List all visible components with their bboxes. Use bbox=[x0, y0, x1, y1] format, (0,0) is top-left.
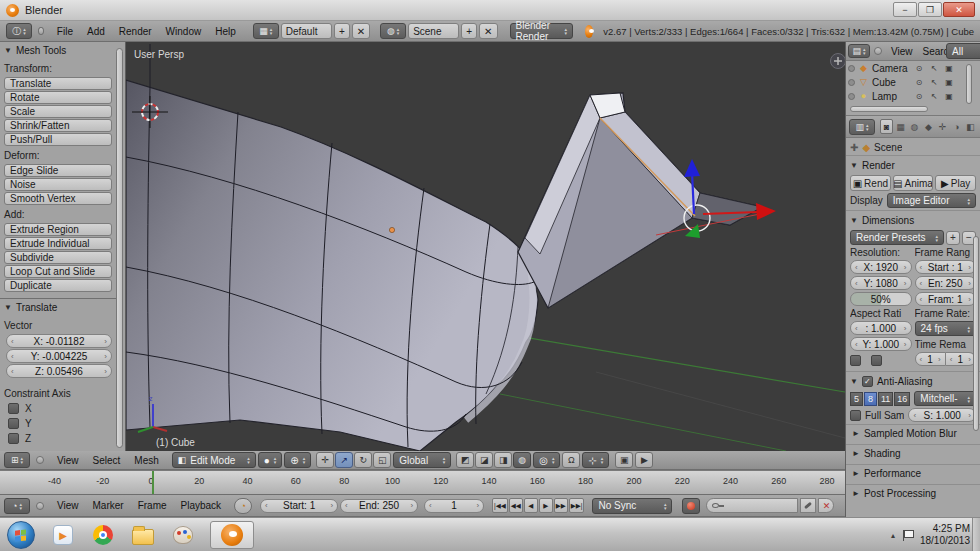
jump-to-end-button[interactable]: ▶▶| bbox=[569, 498, 585, 513]
render-tab[interactable]: ◙ bbox=[880, 119, 893, 134]
panel-sampled-motion-blur[interactable]: ► Sampled Motion Blur bbox=[846, 424, 980, 442]
close-button[interactable]: ✕ bbox=[943, 2, 975, 17]
render-opengl-anim-button[interactable]: ▶ bbox=[635, 452, 653, 468]
sync-mode-selector[interactable]: No Sync ▴▾ bbox=[592, 498, 672, 514]
render-restrict-icon[interactable]: ▣ bbox=[943, 92, 955, 101]
resolution-y-field[interactable]: ‹Y: 1080› bbox=[850, 276, 912, 290]
visibility-eye-icon[interactable]: ⊙ bbox=[913, 64, 925, 73]
object-name[interactable]: Lamp bbox=[872, 91, 910, 102]
manipulator-scale-button[interactable]: ◱ bbox=[373, 452, 391, 468]
timeline-menu-frame[interactable]: Frame bbox=[131, 500, 174, 511]
view3d-menu-mesh[interactable]: Mesh bbox=[127, 455, 165, 466]
frame-end-field[interactable]: ‹End: 250› bbox=[340, 499, 418, 513]
scene-name[interactable]: Scene bbox=[408, 23, 459, 39]
aa-sample-button[interactable]: 8 bbox=[864, 392, 877, 406]
resolution-x-field[interactable]: ‹X: 1920› bbox=[850, 260, 912, 274]
time-remap-old-field[interactable]: ‹1› bbox=[915, 352, 946, 366]
collapse-menus-toggle[interactable] bbox=[38, 27, 44, 35]
jump-to-start-button[interactable]: |◀◀ bbox=[492, 498, 508, 513]
collapse-menus-toggle[interactable] bbox=[36, 456, 44, 464]
minimize-button[interactable]: − bbox=[893, 2, 917, 17]
editor-type-selector[interactable]: ⊞ ▴▾ bbox=[4, 452, 30, 468]
outliner-display-filter[interactable]: All bbox=[946, 43, 980, 59]
maximize-button[interactable]: ❐ bbox=[918, 2, 942, 17]
pin-icon[interactable]: ✚ bbox=[850, 142, 858, 153]
menu-render[interactable]: Render bbox=[112, 26, 159, 37]
3d-viewport[interactable]: z User Persp (1) Cube bbox=[126, 42, 845, 451]
translate-x-field[interactable]: ‹X: -0.01182› bbox=[6, 334, 112, 348]
tool-button[interactable]: Translate bbox=[4, 77, 112, 90]
object-name[interactable]: Camera bbox=[872, 63, 910, 74]
full-sample-checkbox[interactable] bbox=[850, 410, 861, 421]
constraint-z-checkbox[interactable] bbox=[8, 433, 19, 444]
tool-shelf-scrollbar[interactable] bbox=[116, 48, 123, 448]
tool-button[interactable]: Push/Pull bbox=[4, 133, 112, 146]
selectability-cursor-icon[interactable]: ↖ bbox=[928, 92, 940, 101]
dimensions-panel-header[interactable]: ▼ Dimensions bbox=[850, 213, 976, 228]
keying-set-field[interactable] bbox=[706, 498, 798, 513]
tool-button[interactable]: Smooth Vertex bbox=[4, 192, 112, 205]
transform-orientation-selector[interactable]: Global ▴▾ bbox=[393, 452, 451, 468]
taskbar-paint-icon[interactable] bbox=[166, 521, 200, 549]
frame-start-field[interactable]: ‹Start : 1› bbox=[915, 260, 977, 274]
editor-type-selector[interactable]: ▥ ▴▾ bbox=[849, 119, 875, 135]
taskbar-explorer-icon[interactable] bbox=[126, 521, 160, 549]
pivot-point-selector[interactable]: ⊕ ▴▾ bbox=[284, 452, 311, 468]
manipulator-x-arrowhead[interactable] bbox=[756, 203, 776, 220]
proportional-edit-selector[interactable]: ◎ ▴▾ bbox=[533, 452, 560, 468]
timeline-menu-view[interactable]: View bbox=[50, 500, 86, 511]
properties-scrollbar[interactable] bbox=[973, 236, 979, 431]
collapse-menus-toggle[interactable] bbox=[874, 47, 882, 55]
expand-properties-region-button[interactable] bbox=[831, 54, 846, 69]
tool-button[interactable]: Noise bbox=[4, 178, 112, 191]
border-checkbox[interactable] bbox=[850, 355, 861, 366]
visibility-eye-icon[interactable]: ⊙ bbox=[913, 78, 925, 87]
play-button[interactable]: ▶ bbox=[539, 498, 553, 513]
mesh-body[interactable] bbox=[126, 80, 538, 451]
translate-panel-header[interactable]: ▼ Translate bbox=[0, 299, 118, 316]
crop-checkbox[interactable] bbox=[871, 355, 882, 366]
auto-keyframe-clock-button[interactable]: ◔ bbox=[234, 498, 252, 514]
view3d-menu-select[interactable]: Select bbox=[86, 455, 128, 466]
play-reverse-button[interactable]: ◀ bbox=[524, 498, 538, 513]
render-engine-selector[interactable]: Blender Render ▴▾ bbox=[510, 23, 573, 39]
outliner-horizontal-scrollbar[interactable] bbox=[850, 106, 928, 112]
anti-aliasing-panel-header[interactable]: ▼ ✓ Anti-Aliasing bbox=[850, 374, 976, 389]
frame-step-field[interactable]: ‹Fram: 1› bbox=[915, 292, 977, 306]
collapse-menus-toggle[interactable] bbox=[36, 502, 44, 510]
taskbar-blender-icon[interactable] bbox=[210, 521, 254, 549]
display-mode-selector[interactable]: Image Editor ▴▾ bbox=[887, 193, 976, 208]
aa-sample-button[interactable]: 16 bbox=[894, 392, 910, 406]
material-tab[interactable]: ◧ bbox=[964, 119, 977, 134]
timeline-menu-playback[interactable]: Playback bbox=[174, 500, 229, 511]
menu-add[interactable]: Add bbox=[80, 26, 112, 37]
scene-delete-button[interactable]: ✕ bbox=[479, 23, 497, 39]
manipulator-toggle-button[interactable]: ✛ bbox=[316, 452, 334, 468]
keying-set-settings-button[interactable] bbox=[800, 498, 816, 513]
face-select-mode-button[interactable]: ◨ bbox=[494, 452, 512, 468]
tool-button[interactable]: Extrude Individual bbox=[4, 237, 112, 250]
manipulator-translate-button[interactable]: ↗ bbox=[335, 452, 353, 468]
scene-add-button[interactable]: + bbox=[461, 23, 477, 39]
menu-file[interactable]: File bbox=[50, 26, 80, 37]
screen-layout-add-button[interactable]: + bbox=[334, 23, 350, 39]
visibility-eye-icon[interactable]: ⊙ bbox=[913, 92, 925, 101]
timeline-ruler[interactable]: -40-200204060801001201401601802002202402… bbox=[0, 470, 845, 494]
edge-select-mode-button[interactable]: ◪ bbox=[475, 452, 493, 468]
tool-button[interactable]: Subdivide bbox=[4, 251, 112, 264]
data-tab[interactable]: ◑ bbox=[950, 119, 963, 134]
vertex-dot[interactable] bbox=[389, 227, 394, 232]
record-button[interactable] bbox=[682, 498, 700, 514]
scene-browse-button[interactable]: ◍ ▴▾ bbox=[380, 23, 406, 39]
add-preset-button[interactable]: + bbox=[946, 231, 960, 245]
expand-toggle[interactable] bbox=[848, 93, 855, 100]
render-restrict-icon[interactable]: ▣ bbox=[943, 64, 955, 73]
render-still-button[interactable]: ▣ Rend bbox=[850, 175, 891, 191]
selectability-cursor-icon[interactable]: ↖ bbox=[928, 78, 940, 87]
taskbar-clock[interactable]: 4:25 PM 18/10/2013 bbox=[920, 523, 970, 547]
render-presets-selector[interactable]: Render Presets ▴▾ bbox=[850, 230, 944, 245]
frame-end-field[interactable]: ‹En: 250› bbox=[915, 276, 977, 290]
clear-keying-set-button[interactable]: ✕ bbox=[818, 498, 834, 513]
expand-toggle[interactable] bbox=[848, 79, 855, 86]
panel-post-processing[interactable]: ► Post Processing bbox=[846, 484, 980, 502]
